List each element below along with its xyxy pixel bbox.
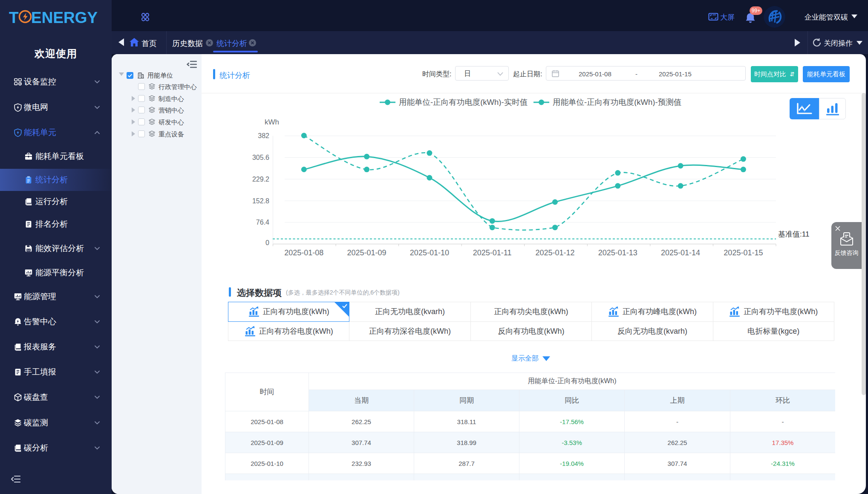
- svg-text:kWh: kWh: [265, 118, 279, 126]
- svg-text:76.4: 76.4: [256, 219, 269, 226]
- svg-text:382: 382: [258, 132, 269, 139]
- svg-text:229.2: 229.2: [252, 176, 269, 183]
- svg-text:2025-01-11: 2025-01-11: [473, 248, 512, 257]
- svg-text:基准值:11: 基准值:11: [778, 230, 809, 238]
- svg-text:305.6: 305.6: [252, 154, 269, 161]
- svg-text:ENERGY: ENERGY: [31, 9, 98, 26]
- svg-text:2025-01-13: 2025-01-13: [598, 248, 637, 257]
- svg-text:用能单位-正向有功电度(kWh)-预测值: 用能单位-正向有功电度(kWh)-预测值: [553, 98, 681, 106]
- svg-text:2025-01-10: 2025-01-10: [410, 248, 449, 257]
- svg-text:2025-01-14: 2025-01-14: [661, 248, 700, 257]
- svg-text:0: 0: [265, 239, 269, 246]
- svg-text:2025-01-08: 2025-01-08: [284, 248, 323, 257]
- svg-text:2025-01-12: 2025-01-12: [535, 248, 574, 257]
- svg-text:2025-01-15: 2025-01-15: [724, 248, 763, 257]
- svg-text:T: T: [9, 9, 19, 26]
- svg-text:用能单位-正向有功电度(kWh)-实时值: 用能单位-正向有功电度(kWh)-实时值: [399, 98, 528, 106]
- svg-text:152.8: 152.8: [252, 197, 269, 205]
- svg-text:2025-01-09: 2025-01-09: [347, 248, 386, 257]
